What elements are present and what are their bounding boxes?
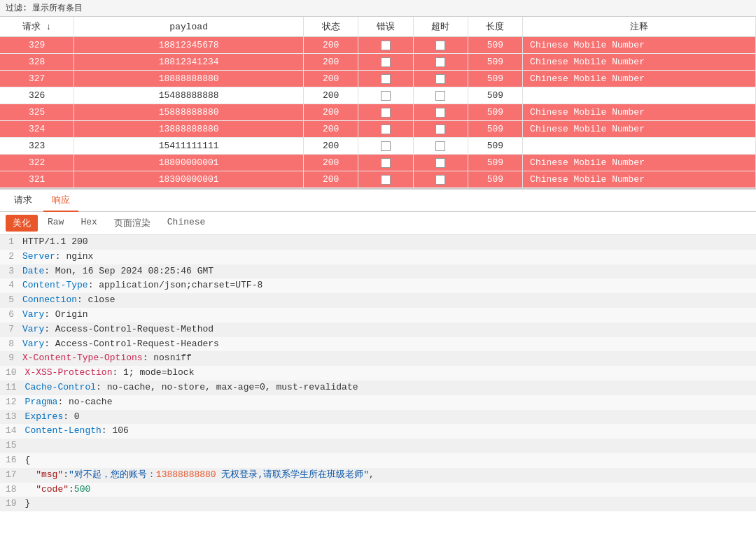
filter-bar: 过滤: 显示所有条目 xyxy=(0,0,756,17)
response-line: 16{ xyxy=(0,453,756,468)
table-row[interactable]: 32218800000001200509Chinese Mobile Numbe… xyxy=(0,155,756,171)
requests-table-section: 请求 ↓ payload 状态 错误 超时 长度 注释 329188123456… xyxy=(0,17,756,190)
response-line: 15 xyxy=(0,439,756,453)
col-timeout[interactable]: 超时 xyxy=(413,17,468,37)
error-checkbox[interactable] xyxy=(381,57,391,67)
error-checkbox[interactable] xyxy=(381,74,391,84)
col-annotation[interactable]: 注释 xyxy=(523,17,756,37)
error-checkbox[interactable] xyxy=(381,108,391,118)
table-row[interactable]: 32615488888888200509 xyxy=(0,87,756,104)
table-row[interactable]: 32515888888880200509Chinese Mobile Numbe… xyxy=(0,104,756,121)
timeout-checkbox[interactable] xyxy=(435,108,445,118)
table-row[interactable]: 32918812345678200509Chinese Mobile Numbe… xyxy=(0,37,756,54)
requests-table: 请求 ↓ payload 状态 错误 超时 长度 注释 329188123456… xyxy=(0,17,756,188)
response-line: 17 "msg":"对不起，您的账号：13888888880 无权登录,请联系学… xyxy=(0,468,756,483)
sub-tabs: 美化 Raw Hex 页面渲染 Chinese xyxy=(0,212,756,235)
response-line: 7Vary: Access-Control-Request-Method xyxy=(0,322,756,337)
response-line: 11Cache-Control: no-cache, no-store, max… xyxy=(0,381,756,395)
table-row[interactable]: 32315411111111200509 xyxy=(0,138,756,155)
table-row[interactable]: 32413888888880200509Chinese Mobile Numbe… xyxy=(0,121,756,138)
error-checkbox[interactable] xyxy=(381,158,391,168)
col-length[interactable]: 长度 xyxy=(468,17,522,37)
error-checkbox[interactable] xyxy=(381,41,391,50)
timeout-checkbox[interactable] xyxy=(435,175,445,185)
response-line: 9X-Content-Type-Options: nosniff xyxy=(0,351,756,366)
sub-tab-chinese[interactable]: Chinese xyxy=(160,215,213,232)
table-body: 32918812345678200509Chinese Mobile Numbe… xyxy=(0,37,756,188)
error-checkbox[interactable] xyxy=(381,141,391,151)
response-body: 1HTTP/1.1 2002Server: nginx3Date: Mon, 1… xyxy=(0,235,756,511)
response-line: 19} xyxy=(0,497,756,511)
col-request[interactable]: 请求 ↓ xyxy=(0,17,74,37)
timeout-checkbox[interactable] xyxy=(435,91,445,101)
response-line: 10X-XSS-Protection: 1; mode=block xyxy=(0,366,756,381)
response-line: 13Expires: 0 xyxy=(0,410,756,425)
sub-tab-raw[interactable]: Raw xyxy=(41,215,71,232)
sub-tab-hex[interactable]: Hex xyxy=(74,215,104,232)
error-checkbox[interactable] xyxy=(381,125,391,134)
response-line: 1HTTP/1.1 200 xyxy=(0,235,756,250)
main-tabs: 请求 响应 xyxy=(0,190,756,212)
error-checkbox[interactable] xyxy=(381,91,391,101)
table-row[interactable]: 32818812341234200509Chinese Mobile Numbe… xyxy=(0,54,756,71)
timeout-checkbox[interactable] xyxy=(435,41,445,50)
response-line: 4Content-Type: application/json;charset=… xyxy=(0,278,756,293)
timeout-checkbox[interactable] xyxy=(435,125,445,134)
tab-response[interactable]: 响应 xyxy=(43,190,78,212)
response-line: 3Date: Mon, 16 Sep 2024 08:25:46 GMT xyxy=(0,264,756,279)
response-line: 18 "code":500 xyxy=(0,483,756,497)
table-row[interactable]: 32718888888880200509Chinese Mobile Numbe… xyxy=(0,71,756,87)
table-row[interactable]: 32118300000001200509Chinese Mobile Numbe… xyxy=(0,171,756,188)
response-line: 5Connection: close xyxy=(0,293,756,308)
sub-tab-beautify[interactable]: 美化 xyxy=(6,215,38,232)
col-payload[interactable]: payload xyxy=(74,17,304,37)
table-header-row: 请求 ↓ payload 状态 错误 超时 长度 注释 xyxy=(0,17,756,37)
sub-tab-render[interactable]: 页面渲染 xyxy=(107,215,158,232)
tab-request[interactable]: 请求 xyxy=(6,190,41,212)
response-line: 2Server: nginx xyxy=(0,250,756,264)
response-line: 6Vary: Origin xyxy=(0,308,756,322)
col-error[interactable]: 错误 xyxy=(358,17,413,37)
timeout-checkbox[interactable] xyxy=(435,141,445,151)
error-checkbox[interactable] xyxy=(381,175,391,185)
response-line: 14Content-Length: 106 xyxy=(0,424,756,439)
timeout-checkbox[interactable] xyxy=(435,57,445,67)
filter-label: 过滤: 显示所有条目 xyxy=(6,3,83,13)
col-status[interactable]: 状态 xyxy=(303,17,358,37)
response-line: 12Pragma: no-cache xyxy=(0,395,756,410)
timeout-checkbox[interactable] xyxy=(435,158,445,168)
timeout-checkbox[interactable] xyxy=(435,74,445,84)
response-line: 8Vary: Access-Control-Request-Headers xyxy=(0,337,756,352)
